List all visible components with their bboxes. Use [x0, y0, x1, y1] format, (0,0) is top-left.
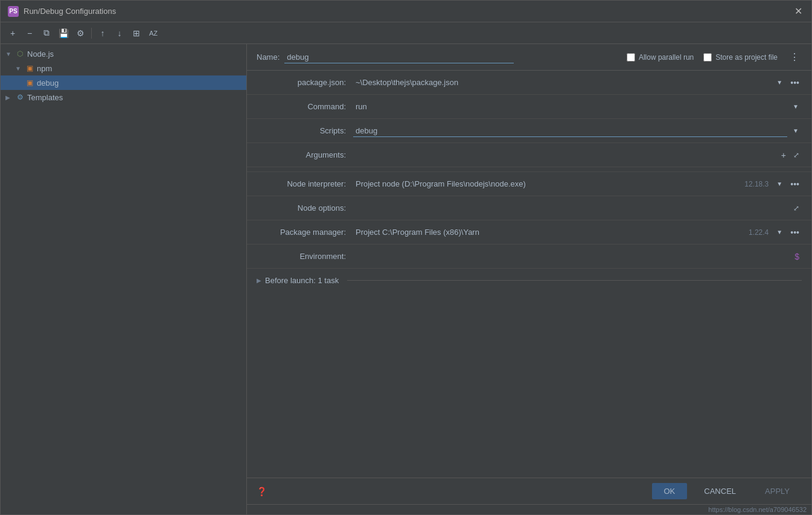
debug-label: debug [37, 78, 59, 88]
nodejs-label: Node.js [27, 50, 54, 59]
help-icon[interactable]: ❓ [257, 487, 267, 496]
remove-config-button[interactable]: − [22, 26, 37, 40]
arguments-input[interactable] [353, 149, 776, 161]
arguments-add-button[interactable]: + [779, 150, 788, 160]
arguments-field: + ⤢ [353, 149, 802, 161]
before-launch-chevron-icon: ▶ [257, 277, 261, 284]
name-input[interactable] [284, 51, 514, 63]
tree-item-npm[interactable]: ▼ ▣ npm [1, 61, 246, 75]
node-interpreter-label: Node interpreter: [257, 179, 353, 188]
package-json-field: ~\Desktop\thejs\package.json ▼ ••• [353, 77, 802, 89]
package-manager-label: Package manager: [257, 228, 353, 237]
cancel-button[interactable]: CANCEL [692, 483, 748, 499]
dialog-title: Run/Debug Configurations [24, 7, 116, 16]
environment-input[interactable] [353, 251, 790, 262]
nodejs-icon: ⬡ [15, 49, 25, 59]
package-json-label: package.json: [257, 78, 353, 87]
environment-field: $ [353, 251, 802, 262]
add-config-button[interactable]: + [5, 26, 20, 40]
scripts-dropdown-icon[interactable]: ▼ [790, 125, 802, 137]
scripts-label: Scripts: [257, 126, 353, 135]
npm-icon: ▣ [25, 63, 34, 73]
run-debug-dialog: PS Run/Debug Configurations ✕ + − ⧉ 💾 ⚙ … [0, 0, 812, 515]
title-bar-left: PS Run/Debug Configurations [8, 6, 116, 17]
node-options-field: ⤢ [353, 202, 802, 214]
bottom-bar: ❓ OK CANCEL APPLY [247, 478, 811, 504]
settings-button[interactable]: ⚙ [73, 26, 88, 40]
ok-button[interactable]: OK [652, 483, 688, 499]
package-json-value: ~\Desktop\thejs\package.json [353, 77, 771, 88]
command-label: Command: [257, 102, 353, 111]
sort-button[interactable]: AZ [146, 26, 161, 40]
right-panel: Name: Allow parallel run Store as projec… [247, 44, 811, 514]
arguments-expand-button[interactable]: ⤢ [791, 151, 802, 159]
move-up-button[interactable]: ↑ [95, 26, 110, 40]
environment-dollar-button[interactable]: $ [792, 252, 802, 261]
node-interpreter-field: Project node (D:\Program Files\nodejs\no… [353, 178, 802, 190]
name-label: Name: [257, 53, 280, 62]
command-value: run [353, 101, 787, 112]
package-json-more-button[interactable]: ••• [788, 78, 802, 88]
package-manager-version: 1.22.4 [749, 228, 769, 237]
npm-label: npm [37, 64, 52, 73]
package-json-dropdown-icon[interactable]: ▼ [773, 77, 785, 89]
npm-chevron-down-icon: ▼ [15, 65, 22, 72]
scripts-input[interactable] [353, 125, 787, 137]
status-url: https://blog.csdn.net/a709046532 [708, 506, 807, 513]
save-config-button[interactable]: 💾 [56, 26, 71, 40]
apply-button[interactable]: APPLY [753, 483, 802, 499]
header-more-button[interactable]: ⋮ [787, 51, 802, 63]
header-options: Allow parallel run Store as project file… [627, 51, 802, 63]
tree-item-nodejs[interactable]: ▼ ⬡ Node.js [1, 46, 246, 61]
node-options-input[interactable] [353, 202, 788, 214]
ps-logo: PS [8, 6, 19, 17]
copy-config-button[interactable]: ⧉ [39, 26, 54, 40]
command-field: run ▼ [353, 101, 802, 113]
command-dropdown-icon[interactable]: ▼ [790, 101, 802, 113]
package-manager-value: Project C:\Program Files (x86)\Yarn [353, 226, 746, 238]
node-options-label: Node options: [257, 203, 353, 213]
status-bar: https://blog.csdn.net/a709046532 [247, 504, 811, 514]
allow-parallel-checkbox[interactable] [627, 53, 635, 62]
node-interpreter-dropdown-icon[interactable]: ▼ [773, 178, 785, 190]
command-row: Command: run ▼ [247, 95, 811, 119]
node-options-row: Node options: ⤢ [247, 196, 811, 220]
config-form: package.json: ~\Desktop\thejs\package.js… [247, 71, 811, 478]
store-project-checkbox[interactable] [703, 53, 712, 62]
before-launch-line [347, 280, 802, 281]
tree-item-templates[interactable]: ▶ ⚙ Templates [1, 90, 246, 104]
environment-row: Environment: $ [247, 245, 811, 269]
form-separator [247, 167, 811, 172]
chevron-down-icon: ▼ [5, 51, 13, 57]
node-interpreter-more-button[interactable]: ••• [788, 179, 802, 189]
arguments-label: Arguments: [257, 150, 353, 159]
environment-label: Environment: [257, 252, 353, 261]
package-manager-row: Package manager: Project C:\Program File… [247, 220, 811, 245]
package-manager-dropdown-icon[interactable]: ▼ [773, 226, 785, 238]
store-project-group[interactable]: Store as project file [703, 53, 778, 62]
package-manager-more-button[interactable]: ••• [788, 228, 802, 237]
node-options-expand-button[interactable]: ⤢ [791, 204, 802, 213]
node-interpreter-value: Project node (D:\Program Files\nodejs\no… [353, 178, 742, 190]
move-down-button[interactable]: ↓ [112, 26, 127, 40]
templates-label: Templates [27, 93, 63, 102]
tree-item-debug[interactable]: ▣ debug [1, 75, 246, 90]
node-interpreter-row: Node interpreter: Project node (D:\Progr… [247, 172, 811, 196]
node-interpreter-version: 12.18.3 [744, 180, 769, 188]
left-panel: ▼ ⬡ Node.js ▼ ▣ npm ▣ debug ▶ ⚙ Template… [1, 44, 247, 514]
before-launch-section[interactable]: ▶ Before launch: 1 task [247, 269, 811, 292]
main-content: ▼ ⬡ Node.js ▼ ▣ npm ▣ debug ▶ ⚙ Template… [1, 44, 811, 514]
templates-chevron-right-icon: ▶ [5, 94, 13, 101]
allow-parallel-group[interactable]: Allow parallel run [627, 53, 694, 62]
expand-button[interactable]: ⊞ [129, 26, 144, 40]
arguments-row: Arguments: + ⤢ [247, 143, 811, 167]
toolbar: + − ⧉ 💾 ⚙ ↑ ↓ ⊞ AZ [1, 22, 811, 44]
dialog-buttons: OK CANCEL APPLY [652, 483, 802, 499]
allow-parallel-label: Allow parallel run [639, 53, 694, 62]
package-json-row: package.json: ~\Desktop\thejs\package.js… [247, 71, 811, 95]
scripts-row: Scripts: ▼ [247, 119, 811, 143]
debug-npm-icon: ▣ [25, 78, 34, 88]
templates-gear-icon: ⚙ [15, 92, 25, 102]
title-bar: PS Run/Debug Configurations ✕ [1, 1, 811, 22]
close-button[interactable]: ✕ [792, 5, 804, 18]
